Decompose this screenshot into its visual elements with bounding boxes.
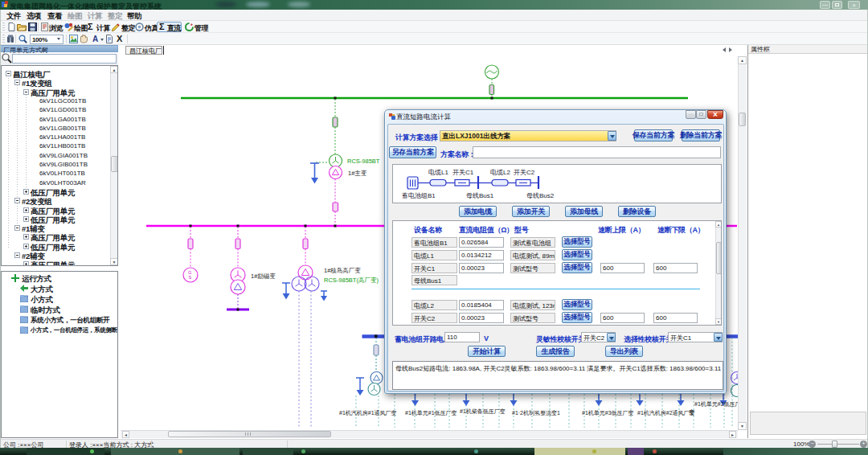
svg-text:电缆L1: 电缆L1 bbox=[428, 169, 448, 176]
svg-text:#1机柴备低压厂变: #1机柴备低压厂变 bbox=[460, 408, 506, 415]
svg-text:#1·2机制氢整流变1: #1·2机制氢整流变1 bbox=[512, 410, 560, 416]
svg-text:开关C2: 开关C2 bbox=[514, 169, 535, 176]
svg-text:S: S bbox=[189, 275, 192, 280]
svg-text:RCS-985BT: RCS-985BT bbox=[347, 158, 380, 165]
svg-text:母线Bus2: 母线Bus2 bbox=[526, 192, 555, 199]
svg-text:母线Bus1: 母线Bus1 bbox=[466, 192, 494, 199]
svg-text:变: 变 bbox=[688, 409, 694, 416]
svg-text:#1机汽机房#1通风厂变: #1机汽机房#1通风厂变 bbox=[339, 409, 397, 416]
svg-text:电缆L2: 电缆L2 bbox=[490, 169, 510, 176]
svg-text:#1机单元#3低压厂变: #1机单元#3低压厂变 bbox=[582, 410, 634, 416]
svg-text:开关C1: 开关C1 bbox=[452, 169, 474, 176]
svg-text:1#主变: 1#主变 bbox=[348, 170, 367, 177]
svg-text:1#励磁变: 1#励磁变 bbox=[251, 273, 276, 280]
svg-text:#1机单元#1低压厂变: #1机单元#1低压厂变 bbox=[405, 410, 457, 416]
svg-text:#1机汽机房#2通风厂变: #1机汽机房#2通风厂变 bbox=[637, 409, 695, 416]
svg-text:RCS-985BT(高厂变): RCS-985BT(高厂变) bbox=[324, 277, 379, 284]
svg-text:蓄电池组B1: 蓄电池组B1 bbox=[402, 192, 436, 199]
svg-text:#1机单元#2低压厂: #1机单元#2低压厂 bbox=[694, 401, 738, 408]
svg-text:1#核岛高厂变: 1#核岛高厂变 bbox=[324, 267, 361, 274]
